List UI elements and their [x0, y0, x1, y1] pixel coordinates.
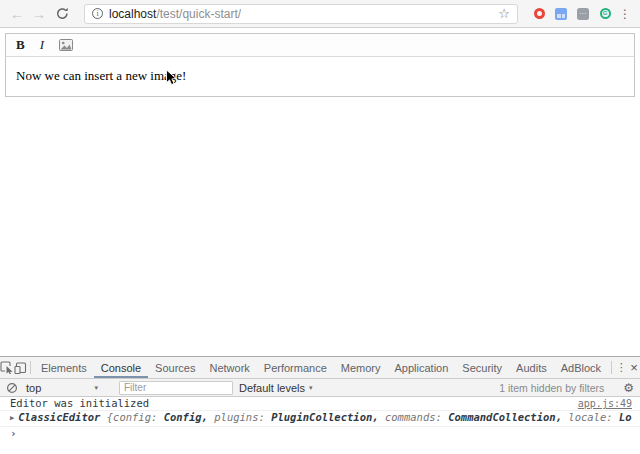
inspect-cursor-icon: [0, 361, 14, 374]
console-prompt-row[interactable]: ›: [0, 427, 640, 440]
inspect-element-button[interactable]: [0, 357, 14, 378]
expand-triangle-icon[interactable]: ▶: [10, 413, 14, 424]
hidden-items-note: 1 item hidden by filters: [499, 382, 604, 394]
browser-menu-button[interactable]: ⋮: [618, 7, 632, 21]
clear-console-button[interactable]: [6, 382, 18, 394]
url-host: localhost: [109, 7, 156, 21]
tab-adblock[interactable]: AdBlock: [554, 357, 608, 378]
extension-green-button[interactable]: G: [598, 7, 612, 21]
page-content: B I Now we can insert a new image!: [0, 28, 640, 356]
object-preview: ClassicEditor {config: Config, plugins: …: [18, 412, 632, 423]
object-key: plugins:: [214, 412, 265, 423]
extension-red-button[interactable]: [532, 7, 546, 21]
tab-console[interactable]: Console: [94, 357, 148, 378]
object-value: Config,: [164, 412, 208, 423]
image-icon: [59, 39, 73, 51]
devtools-close-button[interactable]: ×: [628, 357, 640, 378]
console-log-row: Editor was initialized app.js:49: [0, 397, 640, 411]
devtools-panel: Elements Console Sources Network Perform…: [0, 356, 640, 454]
object-key: config:: [113, 412, 157, 423]
console-prompt-chevron: ›: [10, 428, 17, 439]
devtools-menu-button[interactable]: ⋮: [615, 357, 628, 378]
browser-toolbar: ← → i localhost/test/quick-start/ ☆ ⋯ G …: [0, 0, 640, 28]
gray-dots-icon: ⋯: [577, 8, 589, 20]
site-info-icon[interactable]: i: [92, 8, 103, 19]
tab-application[interactable]: Application: [388, 357, 456, 378]
forward-button[interactable]: →: [30, 1, 48, 27]
tab-security[interactable]: Security: [455, 357, 509, 378]
tabbar-divider: [30, 361, 31, 374]
console-filter-input[interactable]: [119, 381, 233, 395]
console-toolbar: top ▾ Default levels ▾ 1 item hidden by …: [0, 379, 640, 397]
tab-sources[interactable]: Sources: [148, 357, 202, 378]
editor-toolbar: B I: [6, 34, 634, 57]
object-key: commands:: [385, 412, 442, 423]
tabbar-right-divider: [611, 361, 612, 374]
red-ring-icon: [534, 8, 545, 19]
console-messages: Editor was initialized app.js:49 ▶ Class…: [0, 397, 640, 454]
device-toolbar-button[interactable]: [14, 357, 27, 378]
bold-button[interactable]: B: [16, 37, 25, 53]
reload-icon: [56, 7, 69, 20]
blue-window-icon: [555, 8, 567, 20]
back-button[interactable]: ←: [8, 1, 26, 27]
extension-blue-button[interactable]: [554, 7, 568, 21]
chevron-down-icon: ▾: [309, 384, 313, 392]
address-bar[interactable]: i localhost/test/quick-start/ ☆: [84, 4, 518, 24]
tab-memory[interactable]: Memory: [334, 357, 388, 378]
console-object-row: ▶ ClassicEditor {config: Config, plugins…: [0, 411, 640, 427]
insert-image-button[interactable]: [59, 39, 73, 51]
object-key: locale:: [568, 412, 612, 423]
tab-elements[interactable]: Elements: [34, 357, 94, 378]
object-value: PluginCollection,: [271, 412, 378, 423]
log-levels-value: Default levels: [239, 382, 305, 394]
mouse-cursor: [165, 69, 177, 91]
rich-text-editor: B I Now we can insert a new image!: [5, 33, 635, 97]
console-settings-button[interactable]: ⚙: [623, 381, 634, 395]
url-path: /test/quick-start/: [156, 7, 241, 21]
source-location-link[interactable]: app.js:49: [578, 398, 632, 409]
console-log-text: Editor was initialized: [10, 398, 149, 409]
tab-audits[interactable]: Audits: [509, 357, 554, 378]
device-toolbar-icon: [14, 362, 27, 374]
extension-gray-button[interactable]: ⋯: [576, 7, 590, 21]
italic-button[interactable]: I: [40, 37, 44, 53]
chevron-down-icon: ▾: [94, 384, 98, 392]
devtools-tabbar: Elements Console Sources Network Perform…: [0, 357, 640, 379]
clear-console-icon: [6, 382, 18, 394]
green-g-icon: G: [600, 8, 611, 19]
editor-content-area[interactable]: Now we can insert a new image!: [6, 57, 634, 96]
log-levels-select[interactable]: Default levels ▾: [239, 382, 313, 394]
execution-context-select[interactable]: top ▾: [24, 382, 100, 394]
object-value: CommandCollection,: [448, 412, 562, 423]
execution-context-value: top: [26, 382, 41, 394]
object-class-name: ClassicEditor: [18, 412, 100, 423]
tab-performance[interactable]: Performance: [257, 357, 334, 378]
tab-network[interactable]: Network: [202, 357, 256, 378]
reload-button[interactable]: [52, 7, 72, 20]
bookmark-star-icon[interactable]: ☆: [498, 5, 510, 23]
url-text: localhost/test/quick-start/: [109, 7, 241, 21]
object-value: Locale,: [619, 412, 632, 423]
